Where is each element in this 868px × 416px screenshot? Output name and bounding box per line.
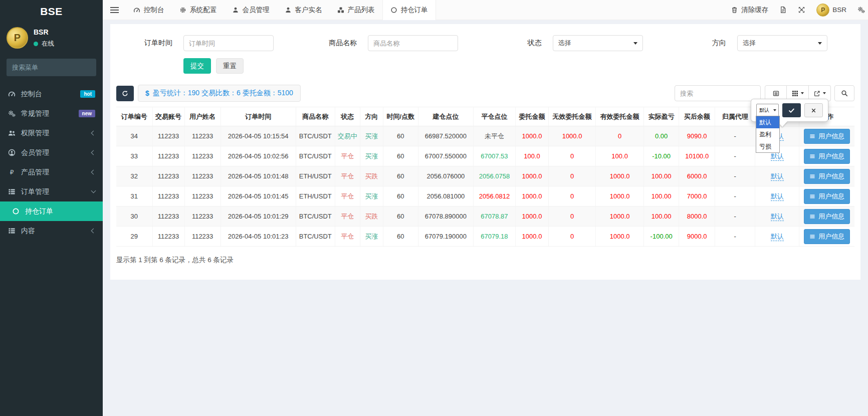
sidebar-item-content[interactable]: 内容 (0, 221, 103, 241)
table-search-button[interactable] (834, 85, 854, 101)
dropdown-option[interactable]: 默认 (756, 116, 779, 128)
user-info-button[interactable]: 用户信息 (804, 209, 850, 224)
order-time-input[interactable] (183, 35, 274, 51)
settings-button[interactable] (857, 6, 865, 14)
direction-label: 方向 (670, 39, 726, 48)
direction-select[interactable]: 选择 (737, 35, 827, 51)
list-icon (809, 214, 815, 220)
column-header-pnl: 实际盈亏 (644, 107, 679, 126)
reset-button[interactable]: 重置 (216, 58, 244, 74)
document-button[interactable] (779, 6, 787, 14)
popover-cancel-button[interactable] (804, 103, 823, 117)
list-icon (809, 173, 815, 179)
sidebar-item-label: 常规管理 (21, 109, 79, 118)
sidebar-item-product[interactable]: ₽产品管理 (0, 162, 103, 182)
column-header-invalid: 无效委托金额 (549, 107, 596, 126)
app-logo: BSE (0, 0, 103, 23)
popover-confirm-button[interactable] (782, 103, 801, 117)
tab-products[interactable]: 产品列表 (330, 0, 382, 20)
sidebar-item-member[interactable]: 会员管理 (0, 143, 103, 162)
column-header-time: 订单时间 (221, 107, 296, 126)
sidebar-item-order[interactable]: 订单管理 (0, 182, 103, 201)
cell-value: 平仓 (341, 233, 354, 240)
user-info-label: 用户信息 (818, 212, 844, 221)
cell-invalid: 0 (549, 146, 596, 166)
user-info-button[interactable]: 用户信息 (804, 169, 850, 184)
tab-realname[interactable]: 客户实名 (277, 0, 330, 20)
table-search-input[interactable] (675, 85, 761, 101)
cell-agent: - (715, 146, 755, 166)
sidebar-item-general[interactable]: 常规管理new (0, 104, 103, 123)
cell-value: 100.0 (524, 152, 540, 160)
document-icon (779, 6, 787, 14)
dropdown-option[interactable]: 盈利 (756, 128, 779, 140)
chevron-down-icon (823, 92, 826, 94)
sidebar-search-input[interactable] (12, 64, 100, 71)
column-header-username: 用户姓名 (184, 107, 221, 126)
table-row: 291122331122332026-04-05 10:01:23BTC/USD… (116, 227, 854, 247)
assign-default-link[interactable]: 默认 (771, 192, 784, 201)
chevron-down-icon (801, 92, 804, 94)
submit-button[interactable]: 提交 (183, 58, 211, 74)
column-header-points: 时间/点数 (383, 107, 418, 126)
clear-cache-button[interactable]: 清除缓存 (731, 6, 768, 15)
nav-tabs: 控制台系统配置会员管理客户实名产品列表持仓订单 (126, 0, 436, 20)
sidebar-item-dashboard[interactable]: 控制台hot (0, 84, 103, 104)
fullscreen-button[interactable] (798, 6, 805, 14)
search-icon (841, 90, 848, 97)
chevron-down-icon (91, 188, 96, 193)
cell-value: -100.00 (650, 233, 673, 240)
user-name: BSR (34, 28, 54, 36)
filter-group-direction: 方向 选择 (670, 35, 854, 51)
assign-default-link[interactable]: 默认 (771, 233, 784, 241)
refresh-button[interactable] (116, 86, 134, 101)
table-row: 321122331122332026-04-05 10:01:48ETH/USD… (116, 166, 854, 186)
cell-value: 交易中 (338, 132, 357, 140)
user-info-label: 用户信息 (818, 132, 844, 141)
content-area: 订单时间 商品名称 状态 选择 方向 选择 (103, 20, 868, 280)
sidebar-item-label: 控制台 (21, 90, 80, 99)
tab-label: 产品列表 (348, 6, 375, 15)
cell-agent: - (715, 227, 755, 247)
cell-value: 1000.0 (562, 132, 582, 140)
grid-icon (792, 90, 798, 97)
hamburger-menu-button[interactable] (103, 0, 126, 20)
status-select[interactable]: 选择 (553, 35, 643, 51)
pnl-stats-box: $ 盈亏统计：190 交易比数：6 委托金额：5100 (138, 85, 301, 102)
dropdown-option[interactable]: 亏损 (756, 140, 779, 152)
table-row: 301122331122332026-04-05 10:01:29BTC/USD… (116, 206, 854, 227)
user-info-button[interactable]: 用户信息 (804, 149, 850, 164)
cell-username: 112233 (184, 146, 221, 166)
cell-value: 100.00 (652, 213, 672, 220)
filter-group-status: 状态 选择 (486, 35, 670, 51)
cell-value: 9000.0 (687, 233, 707, 240)
cell-value: 0 (570, 233, 574, 240)
sidebar-item-permission[interactable]: 权限管理 (0, 123, 103, 143)
svg-text:₽: ₽ (10, 169, 14, 176)
product-name-input[interactable] (368, 35, 458, 51)
cell-amount: 1000.0 (515, 186, 548, 206)
pagination-summary: 显示第 1 到第 6 条记录，总共 6 条记录 (116, 256, 854, 265)
user-info-button[interactable]: 用户信息 (804, 189, 850, 204)
chevron-left-icon (91, 150, 96, 155)
tab-label: 系统配置 (190, 6, 217, 15)
assign-default-link[interactable]: 默认 (771, 213, 784, 221)
online-status-label: 在线 (42, 40, 54, 48)
tab-console[interactable]: 控制台 (126, 0, 172, 20)
tab-positions[interactable]: 持仓订单 (382, 0, 436, 20)
tab-members[interactable]: 会员管理 (225, 0, 277, 20)
cell-points: 60 (383, 186, 418, 206)
tab-sysconfig[interactable]: 系统配置 (172, 0, 225, 20)
sidebar-item-position[interactable]: 持仓订单 (0, 201, 103, 221)
user-info-button[interactable]: 用户信息 (804, 129, 850, 144)
assign-default-link[interactable]: 默认 (771, 172, 784, 181)
column-header-direction: 方向 (360, 107, 383, 126)
assign-default-link[interactable]: 默认 (771, 152, 784, 161)
topnav-user[interactable]: P BSR (816, 4, 846, 17)
cell-product: ETH/USDT (296, 166, 335, 186)
sidebar-search (7, 59, 96, 76)
user-info-button[interactable]: 用户信息 (804, 229, 850, 244)
cell-open: 2056.081000 (418, 186, 473, 206)
popover-select[interactable]: 默认 (756, 104, 779, 117)
column-header-balance: 买后余额 (679, 107, 715, 126)
